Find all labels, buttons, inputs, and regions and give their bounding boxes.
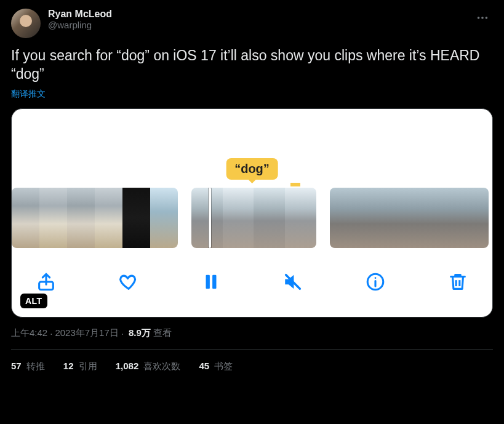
media-header: “dog” xyxy=(12,109,492,186)
svg-point-2 xyxy=(486,17,488,19)
views-count: 8.9万 xyxy=(129,327,151,339)
translate-link[interactable]: 翻译推文 xyxy=(11,89,493,100)
tweet: Ryan McLeod @warpling If you search for … xyxy=(0,0,504,381)
pause-button[interactable] xyxy=(198,268,225,295)
clip-frame xyxy=(12,188,39,248)
likes-stat[interactable]: 1,082 喜欢次数 xyxy=(116,361,181,372)
clip-frame xyxy=(95,188,122,248)
retweets-stat[interactable]: 57 转推 xyxy=(11,361,45,372)
svg-point-0 xyxy=(478,17,480,19)
svg-point-9 xyxy=(375,277,377,279)
media-toolbar xyxy=(12,248,492,305)
author-names[interactable]: Ryan McLeod @warpling xyxy=(48,9,112,30)
svg-rect-5 xyxy=(212,274,216,289)
clip-frame xyxy=(39,188,67,248)
display-name: Ryan McLeod xyxy=(48,9,112,20)
avatar[interactable] xyxy=(11,9,41,38)
caption-tag: “dog” xyxy=(226,158,278,180)
video-timeline[interactable] xyxy=(12,188,492,248)
bookmarks-stat[interactable]: 45 书签 xyxy=(199,361,233,372)
playhead[interactable] xyxy=(209,188,211,248)
tweet-header: Ryan McLeod @warpling xyxy=(11,9,493,38)
clip-frame xyxy=(67,188,95,248)
clip-frame xyxy=(356,188,383,248)
info-button[interactable] xyxy=(362,268,389,295)
clip-frame xyxy=(383,188,409,248)
meta-dot: · xyxy=(121,328,124,338)
svg-point-1 xyxy=(481,17,484,19)
tweet-date[interactable]: 2023年7月17日 xyxy=(55,327,118,339)
divider xyxy=(11,349,493,350)
tweet-stats: 57 转推 12 引用 1,082 喜欢次数 45 书签 xyxy=(11,361,493,372)
clip-frame xyxy=(285,188,316,248)
clip-frame xyxy=(191,188,223,248)
views-label: 查看 xyxy=(153,327,172,339)
clip-frame xyxy=(436,188,462,248)
quotes-stat[interactable]: 12 引用 xyxy=(63,361,97,372)
clip-frame xyxy=(409,188,436,248)
tweet-time[interactable]: 上午4:42 xyxy=(11,327,47,339)
tweet-meta: 上午4:42 · 2023年7月17日 · 8.9万 查看 xyxy=(11,327,493,339)
clip-frame xyxy=(462,188,489,248)
clip-frame xyxy=(223,188,254,248)
clip-group[interactable] xyxy=(330,188,489,248)
clip-frame xyxy=(254,188,285,248)
meta-dot: · xyxy=(50,328,52,338)
timeline-marker xyxy=(290,183,300,186)
alt-badge[interactable]: ALT xyxy=(20,294,47,308)
heart-button[interactable] xyxy=(115,268,142,295)
trash-button[interactable] xyxy=(444,268,471,295)
clip-frame xyxy=(150,188,178,248)
more-button[interactable] xyxy=(472,9,493,27)
share-button[interactable] xyxy=(33,268,60,295)
clip-group[interactable] xyxy=(12,188,178,248)
tweet-text: If you search for “dog” on iOS 17 it’ll … xyxy=(11,47,493,84)
svg-rect-4 xyxy=(206,274,209,289)
clip-frame xyxy=(122,188,150,248)
handle: @warpling xyxy=(48,20,112,30)
mute-button[interactable] xyxy=(279,268,306,295)
clip-frame xyxy=(330,188,356,248)
clip-group[interactable] xyxy=(191,188,316,248)
media-card[interactable]: “dog” xyxy=(11,108,493,318)
